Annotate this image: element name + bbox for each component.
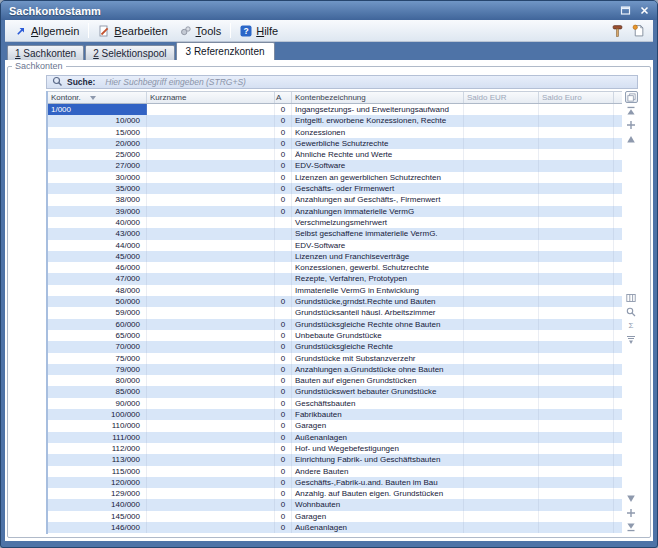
zoom-icon[interactable] (626, 307, 636, 317)
cell-euro[interactable] (539, 251, 614, 262)
cell-euro[interactable] (539, 488, 614, 499)
cell-euro[interactable] (539, 149, 614, 160)
table-row[interactable]: 59/000Grundstücksanteil häusl. Arbeitszi… (48, 307, 622, 318)
cell-bez[interactable]: Anzahlungen auf Geschäfts-, Firmenwert (292, 194, 464, 205)
cell-euro[interactable] (539, 206, 614, 217)
cell-kurzname[interactable] (147, 353, 275, 364)
search-bar[interactable]: Suche: (46, 75, 638, 89)
table-row[interactable]: 145/0000Garagen (48, 511, 622, 522)
cell-kontonr[interactable]: 112/000 (48, 443, 147, 454)
cell-bez[interactable]: Immaterielle VermG in Entwicklung (292, 285, 464, 296)
cell-eur[interactable] (464, 285, 539, 296)
cell-euro[interactable] (539, 262, 614, 273)
tab-selektionspool[interactable]: 2 Selektionspool (85, 45, 174, 60)
cell-a[interactable]: 0 (275, 443, 292, 454)
menu-item-bearbeiten[interactable]: Bearbeiten (92, 23, 173, 39)
cell-bez[interactable]: Wohnbauten (292, 499, 464, 510)
cell-kontonr[interactable]: 120/000 (48, 477, 147, 488)
tab-referenzkonten[interactable]: 3 Referenzkonten (176, 42, 275, 60)
cell-euro[interactable] (539, 432, 614, 443)
cell-bez[interactable]: Außenanlagen (292, 432, 464, 443)
cell-a[interactable]: 0 (275, 206, 292, 217)
cell-kontonr[interactable]: 70/000 (48, 341, 147, 352)
cell-kontonr[interactable]: 110/000 (48, 420, 147, 431)
cell-eur[interactable] (464, 511, 539, 522)
search-input[interactable] (103, 76, 632, 88)
table-row[interactable]: 120/0000Geschäfts-,Fabrik-u.and. Bauten … (48, 477, 622, 488)
cell-a[interactable]: 0 (275, 183, 292, 194)
cell-kontonr[interactable]: 45/000 (48, 251, 147, 262)
cell-a[interactable] (275, 262, 292, 273)
cell-kontonr[interactable]: 50/000 (48, 296, 147, 307)
cell-bez[interactable]: Einrichtung Fabrik- und Geschäftsbauten (292, 454, 464, 465)
cell-eur[interactable] (464, 398, 539, 409)
cell-kontonr[interactable]: 20/000 (48, 138, 147, 149)
column-header-eur[interactable]: Saldo EUR (464, 92, 539, 103)
cell-bez[interactable]: Grundstücksgleiche Rechte (292, 341, 464, 352)
cell-euro[interactable] (539, 420, 614, 431)
table-row[interactable]: 40/000Verschmelzungsmehrwert (48, 217, 622, 228)
cell-kontonr[interactable]: 39/000 (48, 206, 147, 217)
cell-a[interactable]: 0 (275, 115, 292, 126)
cell-kurzname[interactable] (147, 149, 275, 160)
table-row[interactable]: 1/0000Ingangsetzungs- und Erweiterungsau… (48, 104, 622, 115)
cell-a[interactable]: 0 (275, 296, 292, 307)
cell-eur[interactable] (464, 420, 539, 431)
cell-euro[interactable] (539, 364, 614, 375)
table-row[interactable]: 25/0000Ähnliche Rechte und Werte (48, 149, 622, 160)
cell-eur[interactable] (464, 499, 539, 510)
cell-bez[interactable]: Geschäftsbauten (292, 398, 464, 409)
cell-kontonr[interactable]: 129/000 (48, 488, 147, 499)
cell-kurzname[interactable] (147, 341, 275, 352)
table-row[interactable]: 43/000Selbst geschaffene immaterielle Ve… (48, 228, 622, 239)
cell-eur[interactable] (464, 522, 539, 533)
cell-kurzname[interactable] (147, 398, 275, 409)
cell-bez[interactable]: Grundstücke mit Substanzverzehr (292, 353, 464, 364)
cell-bez[interactable]: Grundstücke,grndst.Rechte und Bauten (292, 296, 464, 307)
cell-kurzname[interactable] (147, 364, 275, 375)
cell-kurzname[interactable] (147, 386, 275, 397)
table-row[interactable]: 85/0000Grundstückswert bebauter Grundstü… (48, 386, 622, 397)
cell-euro[interactable] (539, 511, 614, 522)
cell-euro[interactable] (539, 307, 614, 318)
cell-kontonr[interactable]: 38/000 (48, 194, 147, 205)
table-row[interactable]: 27/0000EDV-Software (48, 160, 622, 171)
hammer-icon[interactable] (611, 24, 624, 37)
scroll-position-down-icon[interactable] (626, 508, 636, 518)
cell-a[interactable]: 0 (275, 488, 292, 499)
cell-bez[interactable]: Hof- und Wegebefestigungen (292, 443, 464, 454)
cell-a[interactable] (275, 307, 292, 318)
cell-eur[interactable] (464, 251, 539, 262)
cell-euro[interactable] (539, 398, 614, 409)
cell-kontonr[interactable]: 85/000 (48, 386, 147, 397)
cell-eur[interactable] (464, 296, 539, 307)
table-row[interactable]: 46/000Konzessionen, gewerbl. Schutzrecht… (48, 262, 622, 273)
cell-bez[interactable]: Lizenzen an gewerblichen Schutzrechten (292, 172, 464, 183)
cell-a[interactable]: 0 (275, 330, 292, 341)
cell-kurzname[interactable] (147, 420, 275, 431)
cell-kurzname[interactable] (147, 432, 275, 443)
cell-kurzname[interactable] (147, 160, 275, 171)
table-row[interactable]: 112/0000Hof- und Wegebefestigungen (48, 443, 622, 454)
cell-kurzname[interactable] (147, 375, 275, 386)
table-row[interactable]: 90/0000Geschäftsbauten (48, 398, 622, 409)
table-row[interactable]: 146/0000Außenanlagen (48, 522, 622, 533)
cell-kontonr[interactable]: 44/000 (48, 240, 147, 251)
cell-eur[interactable] (464, 432, 539, 443)
cell-kurzname[interactable] (147, 217, 275, 228)
cell-kurzname[interactable] (147, 307, 275, 318)
cell-kurzname[interactable] (147, 443, 275, 454)
cell-eur[interactable] (464, 273, 539, 284)
cell-eur[interactable] (464, 353, 539, 364)
cell-eur[interactable] (464, 364, 539, 375)
cell-kontonr[interactable]: 30/000 (48, 172, 147, 183)
cell-euro[interactable] (539, 375, 614, 386)
table-row[interactable]: 80/0000Bauten auf eigenen Grundstücken (48, 375, 622, 386)
cell-kurzname[interactable] (147, 262, 275, 273)
cell-a[interactable]: 0 (275, 477, 292, 488)
cell-a[interactable]: 0 (275, 364, 292, 375)
cell-kontonr[interactable]: 140/000 (48, 499, 147, 510)
cell-euro[interactable] (539, 228, 614, 239)
cell-bez[interactable]: Anzahlungen a.Grundstücke ohne Bauten (292, 364, 464, 375)
cell-kontonr[interactable]: 10/000 (48, 115, 147, 126)
